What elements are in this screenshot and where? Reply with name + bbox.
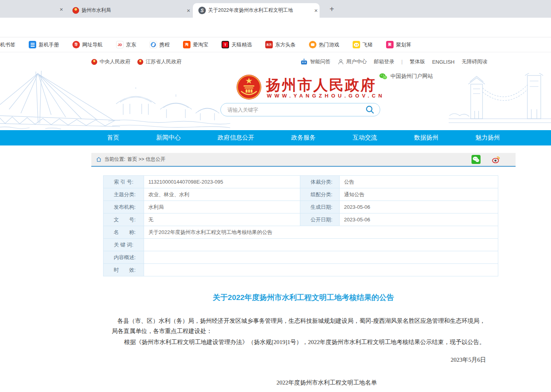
smart-qa-link[interactable]: 智能问答 <box>300 58 331 65</box>
wechat-share-icon[interactable] <box>471 155 481 164</box>
tab-yangzhou-water-bureau[interactable]: 扬州市水利局 × <box>67 3 192 18</box>
bookmark-ctrip[interactable]: 携程 <box>150 41 170 48</box>
table-row: 内容概述: <box>104 251 498 264</box>
manual-book-icon <box>29 41 36 48</box>
meta-value: 水利局 <box>144 201 300 213</box>
weibo-share-icon[interactable] <box>492 155 501 164</box>
gov-links: 中央人民政府 江苏省人民政府 <box>91 58 181 65</box>
close-icon[interactable]: × <box>312 7 320 14</box>
bookmark-label: 聚划算 <box>396 41 411 48</box>
new-tab-button[interactable]: + <box>327 4 337 14</box>
meta-value: 11321000014407098E-2023-095 <box>144 176 300 188</box>
accessibility-link[interactable]: 无障碍阅读 <box>462 58 487 65</box>
nav-info-disclosure[interactable]: 政府信息公开 <box>218 134 254 142</box>
banner-illustration-bridge-left <box>0 68 120 130</box>
bookmark-fliggy[interactable]: 飞猪 <box>353 41 373 48</box>
traditional-link[interactable]: 繁体版 <box>410 58 425 65</box>
breadcrumb-label: 当前位置: <box>104 156 125 163</box>
site-top-bar: 中央人民政府 江苏省人民政府 智能问答 用户中心 邮箱登录 | 繁体版 ENGL… <box>91 55 487 68</box>
article-title: 关于2022年度扬州市水利工程文明工地考核结果的公告 <box>91 293 516 303</box>
bookmark-nav-site[interactable]: 导 网址导航 <box>72 41 103 48</box>
bookmark-mobile[interactable]: 机书签 <box>0 41 15 48</box>
meta-label: 发布机构: <box>104 201 144 213</box>
article-paragraph: 根据《扬州市水利工程文明工地建设管理办法》（扬水规[2019]1号），2022年… <box>112 337 486 347</box>
bookmarks-bar: 机书签 新机手册 导 网址导航 JD 京东 携程 淘 爱淘宝 T 天猫精选 东方… <box>0 37 551 52</box>
bookmark-toutiao[interactable]: 东方 东方头条 <box>265 41 296 48</box>
tab-title: 扬州市水利局 <box>81 7 183 14</box>
bookmark-label: 爱淘宝 <box>193 41 208 48</box>
meta-value: 2023-05-06 <box>340 213 498 226</box>
bookmark-manual[interactable]: 新机手册 <box>29 41 59 48</box>
tmall-icon: T <box>222 41 229 48</box>
meta-value: 关于2022年度扬州市水利工程文明工地考核结果的公告 <box>144 226 498 239</box>
search-input[interactable] <box>227 107 364 113</box>
bookmark-label: 东方头条 <box>275 41 296 48</box>
tab-title: 关于2022年度扬州市水利工程文明工地 <box>208 7 310 14</box>
user-center-link[interactable]: 用户中心 <box>338 58 367 65</box>
bookmark-label: 网址导航 <box>82 41 103 48</box>
nav-interaction[interactable]: 互动交流 <box>353 134 377 142</box>
nav-news[interactable]: 新闻中心 <box>156 134 181 142</box>
table-row: 主题分类: 农业、林业、水利 组配分类: 通知公告 <box>104 188 498 201</box>
site-url: WWW.YANGZHOU.GOV.CN <box>267 93 385 99</box>
meta-value: 农业、林业、水利 <box>144 188 300 201</box>
link-central-gov[interactable]: 中央人民政府 <box>91 58 130 65</box>
meta-value <box>144 264 498 276</box>
nav-services[interactable]: 政务服务 <box>291 134 316 142</box>
table-row: 名 称: 关于2022年度扬州市水利工程文明工地考核结果的公告 <box>104 226 498 239</box>
main-nav: 首页 新闻中心 政府信息公开 政务服务 互动交流 数据扬州 魅力扬州 <box>0 130 551 145</box>
article-list-title: 2022年度扬州市水利工程文明工地名单 <box>110 379 543 386</box>
nav-home[interactable]: 首页 <box>107 134 119 142</box>
article-date: 2023年5月6日 <box>112 356 486 364</box>
bookmark-label: 新机手册 <box>39 41 59 48</box>
ctrip-dolphin-icon <box>150 41 157 48</box>
meta-label: 索 引 号: <box>104 176 144 188</box>
meta-label: 公开日期: <box>300 213 340 226</box>
meta-label: 文 号: <box>104 213 144 226</box>
taobao-icon: 淘 <box>183 41 190 48</box>
bookmark-tmall[interactable]: T 天猫精选 <box>222 41 252 48</box>
gov-emblem-favicon <box>72 7 79 14</box>
robot-icon <box>300 59 308 65</box>
english-link[interactable]: ENGLISH <box>432 59 455 65</box>
meta-value: 通知公告 <box>340 188 498 201</box>
close-icon[interactable]: × <box>185 7 192 14</box>
meta-label: 组配分类: <box>300 188 340 201</box>
top-tools: 智能问答 用户中心 邮箱登录 | 繁体版 ENGLISH 无障碍阅读 <box>300 58 487 65</box>
bookmark-taobao[interactable]: 淘 爱淘宝 <box>183 41 208 48</box>
divider: | <box>401 59 403 64</box>
search-icon[interactable] <box>364 104 376 116</box>
table-row: 发布机构: 水利局 生成日期: 2023-05-06 <box>104 201 498 213</box>
tab-announcement-active[interactable]: S 关于2022年度扬州市水利工程文明工地 × <box>193 3 320 18</box>
meta-value <box>144 239 498 251</box>
bookmark-juhuasuan[interactable]: 聚 聚划算 <box>386 41 411 48</box>
national-emblem-logo[interactable] <box>236 74 262 100</box>
close-icon[interactable]: × <box>57 5 65 13</box>
meta-label: 主题分类: <box>104 188 144 201</box>
banner-illustration-pavilions <box>108 87 230 130</box>
meta-value: 2023-05-06 <box>340 201 498 213</box>
breadcrumb-home-icon[interactable] <box>96 157 102 162</box>
meta-label: 时 效: <box>104 264 144 276</box>
bookmark-games[interactable]: 热门游戏 <box>309 41 339 48</box>
mail-login-link[interactable]: 邮箱登录 <box>374 58 394 65</box>
site-name[interactable]: 扬州市人民政府 <box>266 75 376 95</box>
toutiao-icon: 东方 <box>265 41 273 48</box>
bookmark-label: 机书签 <box>0 41 15 48</box>
portal-link[interactable]: 中国扬州门户网站 <box>379 73 433 80</box>
meta-label: 内容概述: <box>104 251 144 264</box>
bookmark-jd[interactable]: JD 京东 <box>116 41 136 48</box>
bookmark-label: 天猫精选 <box>231 41 252 48</box>
link-jiangsu-gov[interactable]: 江苏省人民政府 <box>137 58 181 65</box>
breadcrumb-path[interactable]: 首页 >> 信息公开 <box>127 156 165 163</box>
site-favicon: S <box>198 7 206 14</box>
gov-emblem-icon <box>137 59 143 65</box>
table-row: 文 号: 无 公开日期: 2023-05-06 <box>104 213 498 226</box>
nav-data[interactable]: 数据扬州 <box>414 134 438 142</box>
table-row: 关 键 词: <box>104 239 498 251</box>
bookmark-label: 热门游戏 <box>319 41 339 48</box>
game-icon <box>309 41 316 48</box>
nav-charm[interactable]: 魅力扬州 <box>475 134 500 142</box>
bookmark-label: 飞猪 <box>362 41 373 48</box>
search-box <box>220 103 380 116</box>
